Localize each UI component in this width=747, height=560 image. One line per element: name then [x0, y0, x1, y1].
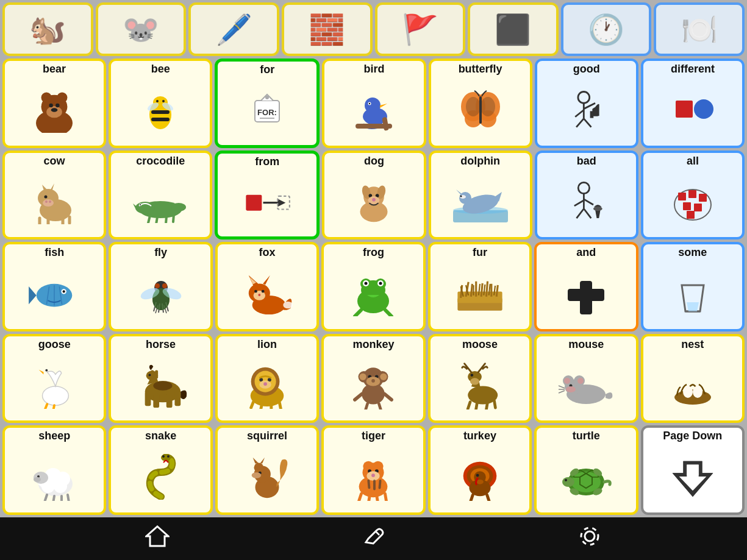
cell-good[interactable]: good — [535, 58, 638, 148]
svg-line-289 — [376, 531, 379, 535]
svg-point-76 — [373, 198, 376, 202]
cell-sheep[interactable]: sheep — [2, 425, 106, 515]
svg-rect-95 — [688, 190, 696, 198]
cell-and[interactable]: and — [534, 242, 638, 331]
cell-bad-img — [540, 167, 634, 236]
cell-bad[interactable]: bad — [535, 151, 638, 240]
cell-butterfly[interactable]: butterfly — [429, 58, 532, 148]
cell-and-img — [539, 259, 633, 328]
cell-turkey-label: turkey — [433, 430, 527, 442]
svg-line-258 — [369, 496, 370, 501]
svg-point-48 — [43, 199, 54, 207]
cell-partial-3[interactable]: 🖊️ — [188, 2, 279, 56]
cell-from-label: from — [220, 156, 314, 168]
cell-partial-8[interactable]: 🍽️ — [654, 2, 745, 56]
cell-pagedown[interactable]: Page Down — [641, 425, 745, 515]
cell-moose[interactable]: moose — [428, 334, 532, 424]
svg-point-202 — [470, 378, 479, 385]
cell-frog-img — [326, 259, 420, 328]
svg-line-88 — [584, 199, 593, 205]
cell-lion[interactable]: lion — [215, 334, 319, 424]
bottom-nav — [0, 517, 747, 560]
cell-fish[interactable]: fish — [2, 242, 106, 331]
edit-button[interactable] — [362, 525, 384, 553]
cell-fox[interactable]: fox — [215, 242, 319, 331]
svg-point-32 — [481, 97, 495, 116]
cell-frog[interactable]: frog — [321, 242, 425, 331]
cell-goose[interactable]: goose — [2, 334, 106, 424]
cell-monkey[interactable]: monkey — [321, 334, 425, 424]
svg-line-198 — [365, 404, 368, 409]
cell-partial-1[interactable]: 🐿️ — [2, 2, 93, 56]
svg-marker-242 — [253, 457, 259, 463]
cell-squirrel[interactable]: squirrel — [215, 425, 319, 515]
svg-marker-101 — [29, 286, 37, 304]
svg-line-163 — [45, 404, 48, 409]
cell-tiger[interactable]: tiger — [321, 425, 425, 515]
svg-marker-243 — [260, 457, 265, 463]
home-button[interactable] — [145, 525, 170, 553]
svg-line-205 — [476, 403, 477, 409]
cell-bird[interactable]: bird — [322, 58, 426, 148]
cell-crocodile[interactable]: crocodile — [109, 151, 212, 240]
svg-line-259 — [377, 496, 378, 501]
cell-good-label: good — [540, 63, 634, 76]
svg-point-227 — [54, 480, 67, 493]
cell-cow[interactable]: cow — [2, 151, 106, 240]
svg-point-241 — [254, 463, 264, 472]
svg-point-92 — [593, 207, 602, 211]
cell-dolphin[interactable]: dolphin — [429, 151, 532, 240]
svg-point-212 — [564, 378, 570, 384]
svg-line-260 — [385, 494, 387, 501]
svg-rect-96 — [699, 194, 707, 202]
cell-partial-2[interactable]: 🐭 — [96, 2, 187, 56]
cell-fly[interactable]: fly — [109, 242, 212, 331]
svg-marker-123 — [263, 275, 270, 285]
cell-some[interactable]: some — [641, 242, 745, 331]
cell-lion-img — [220, 351, 314, 420]
cell-squirrel-label: squirrel — [220, 430, 314, 442]
cell-partial-4[interactable]: 🧱 — [282, 2, 373, 56]
settings-button[interactable] — [577, 524, 602, 554]
cell-different[interactable]: different — [641, 58, 745, 148]
svg-point-47 — [45, 196, 48, 199]
cell-dog-img — [327, 167, 421, 236]
svg-point-238 — [167, 455, 170, 458]
svg-point-21 — [365, 97, 381, 113]
cell-from[interactable]: from — [215, 151, 320, 240]
cell-partial-7[interactable]: 🕐 — [561, 2, 652, 56]
cell-turkey-img — [433, 442, 527, 511]
cell-fur[interactable]: fur — [428, 242, 532, 331]
row-4: goose horse — [2, 334, 745, 424]
svg-point-159 — [43, 386, 69, 405]
cell-partial-5[interactable]: 🚩 — [375, 2, 466, 56]
svg-point-85 — [578, 182, 589, 193]
svg-line-62 — [156, 217, 157, 223]
cell-different-label: different — [646, 63, 740, 76]
cell-bee[interactable]: bee — [109, 58, 212, 148]
cell-partial-6[interactable]: ⬛ — [468, 2, 559, 56]
cell-bear[interactable]: bear — [2, 58, 106, 148]
cell-all[interactable]: all — [641, 151, 745, 240]
svg-point-119 — [152, 288, 170, 310]
cell-snake[interactable]: snake — [109, 425, 212, 515]
cell-mouse[interactable]: mouse — [534, 334, 638, 424]
cell-for[interactable]: for FOR: — [215, 58, 320, 148]
svg-point-129 — [283, 302, 293, 309]
svg-line-147 — [486, 282, 487, 297]
svg-point-6 — [55, 103, 59, 107]
svg-point-110 — [162, 283, 167, 288]
cell-turkey[interactable]: turkey — [428, 425, 532, 515]
svg-rect-99 — [687, 211, 695, 219]
svg-line-182 — [251, 402, 254, 408]
cell-horse[interactable]: horse — [109, 334, 212, 424]
svg-point-109 — [155, 283, 160, 288]
svg-line-196 — [355, 394, 362, 400]
cell-fur-img — [433, 259, 527, 328]
svg-point-5 — [49, 103, 52, 107]
cell-nest[interactable]: nest — [641, 334, 745, 424]
svg-line-204 — [468, 402, 470, 409]
cell-turtle[interactable]: turtle — [534, 425, 638, 515]
svg-line-197 — [385, 394, 391, 400]
cell-dog[interactable]: dog — [322, 151, 426, 240]
